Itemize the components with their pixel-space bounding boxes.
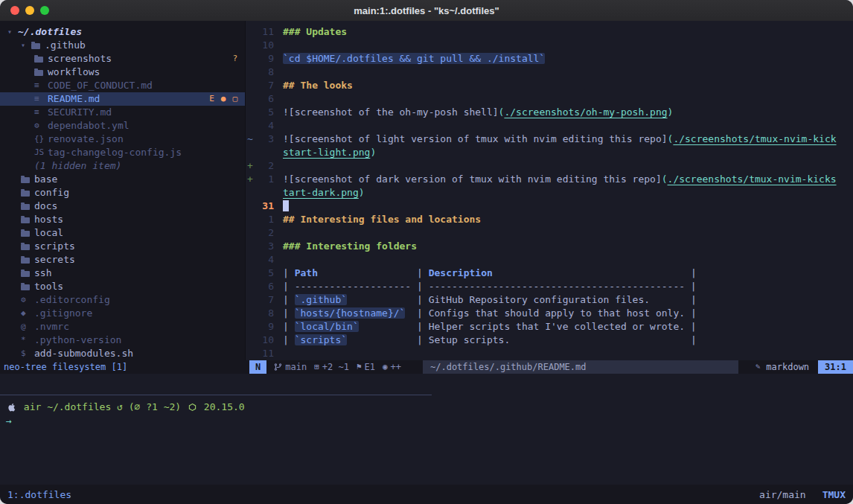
editor-line[interactable]: +2 (246, 159, 853, 173)
markdown-link-url[interactable]: ./screenshots/tmux-nvim-kicks (668, 173, 837, 185)
editor-line-text: | `scripts` | Setup scripts. | (283, 334, 697, 347)
tree-item-readme-md[interactable]: ≡README.mdE●▢ (0, 92, 245, 106)
tree-item-workflows[interactable]: workflows (0, 66, 245, 79)
tree-item-dependabot-yml[interactable]: ⚙dependabot.yml (0, 119, 245, 133)
editor-line-text: ![screenshot of dark version of tmux wit… (283, 173, 837, 186)
tree-item-add-submodules-sh[interactable]: $add-submodules.sh (0, 347, 245, 360)
editor-line[interactable]: 3### Interesting folders (246, 240, 853, 253)
line-number: 9 (255, 52, 274, 66)
editor-line[interactable]: 1## Interesting files and locations (246, 213, 853, 226)
tree-item-editorconfig[interactable]: ⚙.editorconfig (0, 293, 245, 307)
prompt-segment: 20.15.0 (198, 400, 245, 414)
tmux-pane-border[interactable] (0, 395, 432, 395)
tree-item-tag-changelog-config-js[interactable]: JStag-changelog-config.js (0, 146, 245, 159)
tree-item-hosts[interactable]: hosts (0, 213, 245, 226)
shell-input-line[interactable]: → (6, 414, 245, 428)
editor-line[interactable]: 11 (246, 347, 853, 360)
tree-item-gitignore[interactable]: ◆.gitignore (0, 307, 245, 320)
filetype-label: markdown (766, 360, 809, 374)
editor-line[interactable]: tart-dark.png) (246, 186, 853, 200)
tree-item-renovate-json[interactable]: {}renovate.json (0, 133, 245, 146)
editor-line[interactable]: 9| `local/bin` | Helper scripts that I'v… (246, 320, 853, 334)
tree-item-code-of-conduct-md[interactable]: ≡CODE_OF_CONDUCT.md (0, 79, 245, 92)
tree-item-label: workflows (48, 66, 100, 79)
editor-line[interactable]: +1![screenshot of dark version of tmux w… (246, 173, 853, 186)
tree-item-dotfiles[interactable]: ▾~/.dotfiles (0, 25, 245, 39)
text-segment: ( (662, 173, 668, 185)
editor-line[interactable]: 10 (246, 39, 853, 52)
editor-line[interactable]: 31 (246, 200, 853, 213)
editor-line[interactable]: 7| `.github` | GitHub Repository configu… (246, 293, 853, 307)
editor-line[interactable]: 8 (246, 66, 853, 79)
tmux-window-label[interactable]: 1:.dotfiles (7, 489, 71, 500)
editor-buffer[interactable]: 11### Updates109`cd $HOME/.dotfiles && g… (246, 21, 853, 365)
line-number: 8 (255, 307, 274, 320)
markdown-link-url[interactable]: ./screenshots/tmux-nvim-kick (673, 133, 836, 144)
line-number: 4 (255, 119, 274, 133)
nvim-area: ▾~/.dotfiles▾.githubscreenshots?workflow… (0, 21, 853, 374)
folder-icon (31, 43, 40, 49)
markdown-link-url[interactable]: ./screenshots/oh-my-posh.png (504, 106, 667, 118)
tree-item-python-version[interactable]: *.python-version (0, 334, 245, 347)
git-sign-gutter (246, 253, 255, 267)
editor-line[interactable]: 5![screenshot of the oh-my-posh shell](.… (246, 106, 853, 119)
statusline: neo-tree filesystem [1] N main ⊞ +2 ~1 ⚑… (0, 360, 853, 374)
markdown-link-url[interactable]: start-light.png (283, 147, 370, 158)
editor-line[interactable]: start-light.png) (246, 146, 853, 159)
chevron-down-icon[interactable]: ▾ (21, 39, 31, 52)
editor-line-text: ![screenshot of the oh-my-posh shell](./… (283, 106, 673, 119)
git-sign-gutter (246, 334, 255, 347)
markdown-link-url[interactable]: tart-dark.png (283, 187, 359, 198)
git-sign-gutter (246, 39, 255, 52)
tree-item-label: SECURITY.md (48, 106, 112, 119)
tree-item-base[interactable]: base (0, 173, 245, 186)
tree-item-secrets[interactable]: secrets (0, 253, 245, 267)
tree-item-scripts[interactable]: scripts (0, 240, 245, 253)
tree-item-1-hidden-item[interactable]: (1 hidden item) (0, 159, 245, 173)
editor-line-text: start-light.png) (283, 146, 376, 159)
git-sign-gutter (246, 92, 255, 106)
nodejs-icon (188, 403, 197, 412)
line-number: 7 (255, 293, 274, 307)
chevron-down-icon[interactable]: ▾ (7, 25, 18, 39)
heading-3: ### Updates (283, 26, 347, 37)
editor-line[interactable]: 6 (246, 92, 853, 106)
text-segment: | (493, 267, 697, 278)
editor-line[interactable]: 7## The looks (246, 79, 853, 92)
statusline-misc-text: ++ (391, 360, 401, 374)
tree-item-screenshots[interactable]: screenshots? (0, 52, 245, 66)
editor-line[interactable]: 6| -------------------- | --------------… (246, 280, 853, 293)
git-icon: ◆ (21, 307, 34, 320)
tree-item-ssh[interactable]: ssh (0, 267, 245, 280)
tree-item-label: renovate.json (48, 133, 124, 146)
editor-line[interactable]: 9`cd $HOME/.dotfiles && git pull && ./in… (246, 52, 853, 66)
tree-item-config[interactable]: config (0, 186, 245, 200)
tree-item-local[interactable]: local (0, 226, 245, 240)
git-sign-gutter (246, 186, 255, 200)
prompt-segment: air ~/.dotfiles (18, 400, 117, 414)
shell-pane[interactable]: air ~/.dotfiles ↺ (⌀ ?1 ~2) 20.15.0→ (6, 400, 245, 428)
folder-icon (21, 204, 30, 210)
git-sign-gutter (246, 146, 255, 159)
tree-item-security-md[interactable]: ≡SECURITY.md (0, 106, 245, 119)
git-sign-gutter (246, 213, 255, 226)
apple-icon (7, 402, 16, 412)
tree-item-label: CODE_OF_CONDUCT.md (48, 79, 153, 92)
editor-line[interactable]: 10| `scripts` | Setup scripts. | (246, 334, 853, 347)
editor-line[interactable]: ~3![screenshot of light version of tmux … (246, 133, 853, 146)
editor-line[interactable]: 11### Updates (246, 25, 853, 39)
editor-line[interactable]: 4 (246, 119, 853, 133)
tree-item-docs[interactable]: docs (0, 200, 245, 213)
json-icon: {} (34, 133, 48, 146)
editor-line[interactable]: 8| `hosts/{hostname}/` | Configs that sh… (246, 307, 853, 320)
editor-line[interactable]: 2 (246, 226, 853, 240)
folder-icon (34, 57, 43, 63)
tree-item-tools[interactable]: tools (0, 280, 245, 293)
line-number: 1 (255, 213, 274, 226)
editor-line[interactable]: 5| Path | Description | (246, 267, 853, 280)
editor-line-text: ## Interesting files and locations (283, 213, 481, 226)
tree-item-github[interactable]: ▾.github (0, 39, 245, 52)
tree-item-nvmrc[interactable]: @.nvmrc (0, 320, 245, 334)
editor-line[interactable]: 4 (246, 253, 853, 267)
git-sign-gutter (246, 267, 255, 280)
